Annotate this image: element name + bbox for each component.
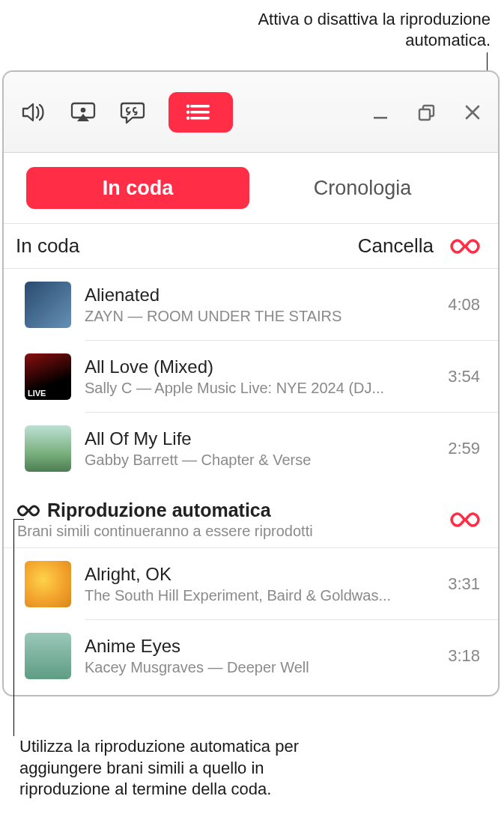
airplay-icon[interactable]	[70, 99, 97, 126]
autoplay-toggle[interactable]	[450, 238, 480, 255]
track-row[interactable]: All Of My LifeGabby Barrett — Chapter & …	[4, 413, 498, 485]
toolbar-left	[20, 92, 233, 133]
tab-label: Cronologia	[314, 177, 412, 200]
track-title: Alienated	[85, 285, 425, 306]
track-duration: 3:54	[448, 367, 480, 386]
svg-rect-4	[190, 117, 210, 119]
svg-point-5	[186, 104, 189, 107]
close-icon[interactable]	[464, 103, 482, 121]
tab-queue[interactable]: In coda	[26, 167, 249, 209]
toolbar	[4, 72, 498, 153]
tabs: In coda Cronologia	[4, 153, 498, 224]
autoplay-section-header: Riproduzione automatica Brani simili con…	[4, 488, 498, 548]
callout-autoplay-explain: Utilizza la riproduzione automatica per …	[19, 736, 341, 801]
svg-point-1	[81, 107, 86, 112]
autoplay-list: Alright, OKThe South Hill Experiment, Ba…	[4, 548, 498, 695]
track-subtitle: The South Hill Experiment, Baird & Goldw…	[85, 587, 425, 604]
callout-text: Attiva o disattiva la riproduzione autom…	[258, 10, 491, 49]
toolbar-right	[371, 103, 482, 122]
track-subtitle: Kacey Musgraves — Deeper Well	[85, 659, 425, 676]
track-subtitle: Gabby Barrett — Chapter & Verse	[85, 452, 425, 469]
autoplay-subtitle: Brani simili continueranno a essere ripr…	[17, 523, 313, 540]
volume-icon[interactable]	[20, 99, 47, 126]
track-subtitle: Sally C — Apple Music Live: NYE 2024 (DJ…	[85, 380, 425, 397]
now-playing-queue-window: In coda Cronologia In coda Cancella Alie…	[2, 70, 500, 696]
lyrics-icon[interactable]	[119, 99, 146, 126]
maximize-icon[interactable]	[417, 103, 437, 122]
track-title: Anime Eyes	[85, 636, 425, 657]
svg-point-6	[186, 110, 189, 113]
clear-queue-button[interactable]: Cancella	[358, 234, 434, 258]
track-row[interactable]: Alright, OKThe South Hill Experiment, Ba…	[4, 548, 498, 620]
tab-history[interactable]: Cronologia	[249, 167, 476, 209]
track-meta: All Of My LifeGabby Barrett — Chapter & …	[85, 428, 425, 469]
callout-autoplay-toggle: Attiva o disattiva la riproduzione autom…	[206, 9, 491, 50]
track-row[interactable]: AlienatedZAYN — ROOM UNDER THE STAIRS4:0…	[4, 269, 498, 341]
track-title: All Love (Mixed)	[85, 356, 425, 377]
track-duration: 3:18	[448, 646, 480, 666]
queue-label: In coda	[16, 234, 79, 258]
track-title: All Of My Life	[85, 428, 425, 449]
autoplay-toggle[interactable]	[450, 511, 480, 528]
minimize-icon[interactable]	[371, 103, 390, 122]
queue-button-active[interactable]	[168, 92, 233, 133]
infinity-icon	[17, 504, 40, 517]
track-duration: 4:08	[448, 295, 480, 315]
track-title: Alright, OK	[85, 564, 425, 585]
tab-label: In coda	[103, 177, 174, 200]
track-row[interactable]: All Love (Mixed)Sally C — Apple Music Li…	[4, 341, 498, 413]
svg-rect-3	[190, 111, 210, 113]
autoplay-title: Riproduzione automatica	[47, 499, 271, 521]
svg-rect-8	[374, 117, 387, 119]
callout-text: Utilizza la riproduzione automatica per …	[19, 737, 299, 798]
track-duration: 2:59	[448, 439, 480, 458]
album-art	[25, 561, 71, 607]
track-meta: Anime EyesKacey Musgraves — Deeper Well	[85, 636, 425, 676]
track-meta: AlienatedZAYN — ROOM UNDER THE STAIRS	[85, 285, 425, 325]
album-art	[25, 282, 71, 328]
svg-rect-10	[419, 109, 430, 120]
queue-header: In coda Cancella	[4, 224, 498, 269]
album-art	[25, 425, 71, 472]
album-art	[25, 353, 71, 400]
queue-list: AlienatedZAYN — ROOM UNDER THE STAIRS4:0…	[4, 269, 498, 488]
svg-point-7	[186, 116, 189, 119]
track-row[interactable]: Anime EyesKacey Musgraves — Deeper Well3…	[4, 620, 498, 692]
infinity-icon	[450, 511, 480, 528]
queue-list-icon	[186, 101, 216, 124]
infinity-icon	[450, 238, 480, 255]
track-meta: Alright, OKThe South Hill Experiment, Ba…	[85, 564, 425, 604]
svg-rect-2	[190, 105, 210, 107]
album-art	[25, 633, 71, 679]
track-duration: 3:31	[448, 574, 480, 594]
track-subtitle: ZAYN — ROOM UNDER THE STAIRS	[85, 308, 425, 325]
track-meta: All Love (Mixed)Sally C — Apple Music Li…	[85, 356, 425, 397]
